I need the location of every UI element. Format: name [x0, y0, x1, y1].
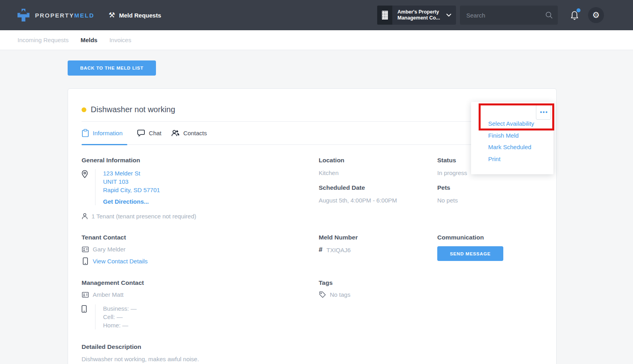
- general-information-heading: General Information: [82, 157, 319, 164]
- tags-heading: Tags: [319, 279, 437, 286]
- info-row-3: Management Contact: [82, 279, 543, 329]
- location-scheduled-column: Location Kitchen Scheduled Date August 5…: [319, 157, 437, 220]
- tenant-note-text: 1 Tenant (tenant presence not required): [92, 213, 196, 220]
- menu-item-print[interactable]: Print: [488, 156, 534, 162]
- meld-number-heading: Meld Number: [319, 234, 437, 241]
- tenant-contact-heading: Tenant Contact: [82, 234, 319, 241]
- settings-button[interactable]: ⚙: [588, 7, 604, 23]
- secondary-nav: Incoming Requests Melds Invoices: [0, 30, 633, 50]
- brand-wordmark: PROPERTYMELD: [35, 12, 94, 19]
- search-icon: [545, 12, 553, 19]
- scheduled-date-heading: Scheduled Date: [319, 184, 437, 191]
- scheduled-date-field: Scheduled Date August 5th, 4:00PM - 6:00…: [319, 184, 437, 204]
- company-name-line2: Management Co...: [397, 15, 440, 21]
- company-name-line1: Amber's Property: [397, 9, 440, 15]
- information-tab-content: General Information 123 Melder St: [82, 157, 543, 362]
- tab-chat-label: Chat: [149, 130, 162, 136]
- general-information-section: General Information 123 Melder St: [82, 157, 319, 220]
- phone-icon: [82, 304, 95, 329]
- management-phones-block: Business: — Cell: — Home: —: [82, 304, 319, 329]
- tab-chat[interactable]: Chat: [137, 122, 162, 144]
- tab-contacts-label: Contacts: [183, 130, 207, 136]
- actions-menu-items: Select Availability Finish Meld Mark Sch…: [488, 120, 534, 162]
- search-box: [460, 6, 558, 25]
- location-field: Location Kitchen: [319, 157, 437, 176]
- menu-item-finish-meld[interactable]: Finish Meld: [488, 132, 534, 139]
- person-icon: [82, 213, 88, 220]
- meld-number-value: TXIQAJ6: [326, 247, 351, 253]
- address-line-city[interactable]: Rapid City, SD 57701: [103, 186, 160, 194]
- app-title: ⚒ Meld Requests: [109, 12, 161, 19]
- phone-line-business: Business: —: [103, 304, 136, 313]
- detailed-description-text: Dishwasher not working, makes awful nois…: [82, 356, 543, 362]
- pets-field: Pets No pets: [437, 184, 543, 204]
- menu-item-mark-scheduled[interactable]: Mark Scheduled: [488, 144, 534, 150]
- company-name: Amber's Property Management Co...: [397, 9, 440, 21]
- notifications-button[interactable]: [570, 10, 580, 21]
- page-body: BACK TO THE MELD LIST Dishwasher not wor…: [0, 50, 633, 364]
- detailed-description-heading: Detailed Description: [82, 343, 543, 350]
- propertymeld-logo[interactable]: PROPERTYMELD: [18, 9, 94, 21]
- tab-information[interactable]: Information: [82, 122, 127, 144]
- meld-detail-card: Dishwasher not working Information Chat: [68, 88, 557, 364]
- hash-icon: #: [319, 246, 322, 254]
- subnav-item-incoming-requests[interactable]: Incoming Requests: [18, 37, 68, 43]
- phone-line-home: Home: —: [103, 321, 136, 329]
- send-message-button[interactable]: SEND MESSAGE: [437, 246, 503, 261]
- chat-icon: [137, 129, 145, 137]
- management-contact-section: Management Contact: [82, 279, 319, 329]
- back-to-meld-list-button[interactable]: BACK TO THE MELD LIST: [68, 60, 156, 76]
- view-contact-details-link[interactable]: View Contact Details: [93, 258, 148, 265]
- management-contact-heading: Management Contact: [82, 279, 319, 286]
- address-line-unit[interactable]: UNIT 103: [103, 177, 160, 186]
- ellipsis-menu-button[interactable]: •••: [536, 105, 551, 120]
- propertymeld-logo-icon: [18, 9, 29, 21]
- address-lines: 123 Melder St UNIT 103 Rapid City, SD 57…: [95, 169, 160, 205]
- gear-icon: ⚙: [592, 11, 600, 19]
- clipboard-icon: [82, 129, 89, 137]
- navbar-right: Amber's Property Management Co... ⚙: [377, 6, 604, 25]
- tag-icon: [319, 291, 326, 298]
- info-row-2: Tenant Contact: [82, 234, 543, 265]
- pets-value: No pets: [437, 197, 543, 204]
- status-dot: [82, 107, 86, 112]
- tenant-note: 1 Tenant (tenant presence not required): [82, 213, 319, 220]
- id-card-icon: [82, 292, 89, 298]
- location-value: Kitchen: [319, 169, 437, 176]
- address-block: 123 Melder St UNIT 103 Rapid City, SD 57…: [82, 169, 319, 205]
- scheduled-date-value: August 5th, 4:00PM - 6:00PM: [319, 197, 437, 204]
- top-navbar: PROPERTYMELD ⚒ Meld Requests Amber's Pro…: [0, 0, 633, 30]
- id-card-icon: [82, 247, 89, 252]
- phone-line-cell: Cell: —: [103, 313, 136, 321]
- subnav-item-melds[interactable]: Melds: [80, 37, 97, 43]
- subnav-item-invoices[interactable]: Invoices: [109, 37, 131, 43]
- notification-dot: [577, 8, 580, 12]
- tenant-contact-section: Tenant Contact: [82, 234, 319, 265]
- tenant-name: Gary Melder: [93, 246, 126, 253]
- phone-icon: [82, 257, 89, 265]
- pets-heading: Pets: [437, 184, 543, 191]
- tags-value: No tags: [330, 291, 351, 298]
- address-line-street[interactable]: 123 Melder St: [103, 169, 160, 177]
- chevron-down-icon: [446, 14, 451, 17]
- tab-contacts[interactable]: Contacts: [171, 122, 207, 144]
- building-icon: [377, 6, 392, 25]
- get-directions-link[interactable]: Get Directions...: [103, 198, 149, 205]
- brand-property-text: PROPERTY: [35, 12, 74, 19]
- menu-item-select-availability[interactable]: Select Availability: [488, 120, 534, 127]
- tags-section: Tags No tags: [319, 279, 437, 329]
- location-heading: Location: [319, 157, 437, 164]
- tab-information-label: Information: [93, 130, 123, 136]
- navbar-left: PROPERTYMELD ⚒ Meld Requests: [18, 9, 161, 21]
- contacts-icon: [171, 129, 180, 137]
- management-contact-name: Amber Matt: [93, 291, 124, 298]
- company-selector[interactable]: Amber's Property Management Co...: [377, 6, 456, 25]
- actions-menu-panel: ••• Select Availability Finish Meld Mark…: [471, 102, 553, 174]
- brand-meld-text: MELD: [74, 12, 95, 19]
- communication-section: Communication SEND MESSAGE: [437, 234, 543, 265]
- search-input[interactable]: [460, 6, 558, 25]
- meld-number-section: Meld Number # TXIQAJ6: [319, 234, 437, 265]
- app-title-label: Meld Requests: [119, 12, 161, 19]
- detailed-description-section: Detailed Description Dishwasher not work…: [82, 343, 543, 362]
- tools-icon: ⚒: [109, 12, 115, 19]
